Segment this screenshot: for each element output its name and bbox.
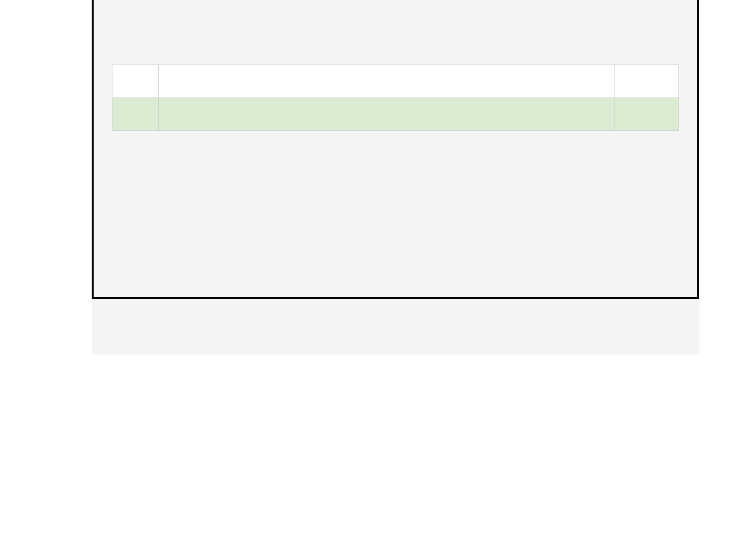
table-cell [614, 98, 679, 131]
footer-panel [92, 299, 699, 354]
table-row [112, 65, 679, 98]
table-cell [159, 65, 614, 98]
table-cell [112, 65, 159, 98]
content-panel [92, 0, 699, 299]
table-row [112, 98, 679, 131]
table-cell [112, 98, 159, 131]
table-cell [614, 65, 679, 98]
table-cell [159, 98, 614, 131]
data-table [112, 65, 679, 131]
main-container [92, 0, 699, 354]
